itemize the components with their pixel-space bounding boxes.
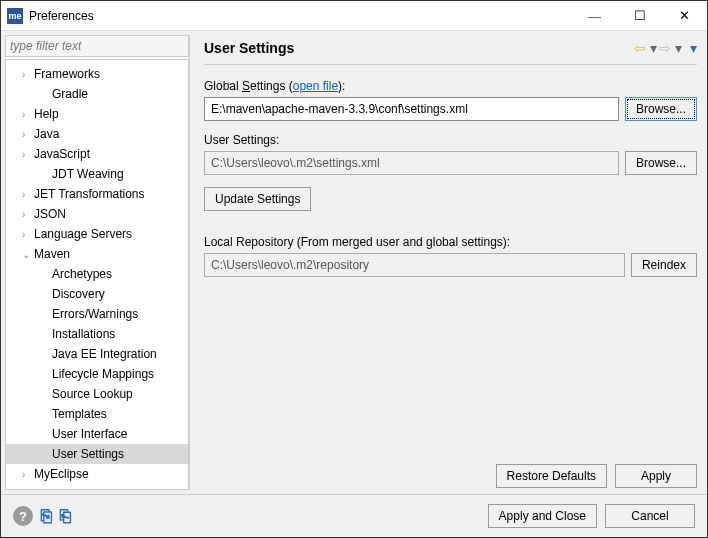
tree-item-label: Help	[34, 107, 59, 121]
tree-item-label: JavaScript	[34, 147, 90, 161]
chevron-icon: ›	[22, 209, 34, 220]
update-settings-button[interactable]: Update Settings	[204, 187, 311, 211]
forward-menu-icon[interactable]: ▾	[675, 40, 682, 56]
local-repo-input	[204, 253, 625, 277]
tree-item-label: Gradle	[52, 87, 88, 101]
titlebar: me Preferences — ☐ ✕	[1, 1, 707, 31]
tree-item-json[interactable]: ›JSON	[6, 204, 188, 224]
user-settings-input[interactable]	[204, 151, 619, 175]
forward-icon: ⇨	[659, 40, 671, 56]
tree-item-label: MyEclipse	[34, 467, 89, 481]
tree-item-label: JET Transformations	[34, 187, 144, 201]
tree-item-label: Frameworks	[34, 67, 100, 81]
tree-item-label: JDT Weaving	[52, 167, 124, 181]
tree-item-maven[interactable]: ⌄Maven	[6, 244, 188, 264]
tree-item-label: Discovery	[52, 287, 105, 301]
tree-item-jet-transformations[interactable]: ›JET Transformations	[6, 184, 188, 204]
tree-item-label: Errors/Warnings	[52, 307, 138, 321]
chevron-icon: ›	[22, 469, 34, 480]
tree-item-help[interactable]: ›Help	[6, 104, 188, 124]
tree-item-gradle[interactable]: Gradle	[6, 84, 188, 104]
global-browse-button[interactable]: Browse...	[625, 97, 697, 121]
reindex-button[interactable]: Reindex	[631, 253, 697, 277]
filter-input[interactable]	[5, 35, 189, 57]
global-settings-input[interactable]	[204, 97, 619, 121]
tree-item-javascript[interactable]: ›JavaScript	[6, 144, 188, 164]
chevron-icon: ›	[22, 129, 34, 140]
local-repo-label: Local Repository (From merged user and g…	[204, 235, 697, 249]
preference-tree[interactable]: ›FrameworksGradle›Help›Java›JavaScriptJD…	[5, 59, 189, 490]
chevron-icon: ›	[22, 149, 34, 160]
chevron-icon: ⌄	[22, 249, 34, 260]
chevron-icon: ›	[22, 229, 34, 240]
tree-item-jdt-weaving[interactable]: JDT Weaving	[6, 164, 188, 184]
view-menu-icon[interactable]: ▾	[690, 40, 697, 56]
main-panel: User Settings ⇦▾ ⇨▾ ▾ Global Settings (o…	[190, 31, 707, 494]
tree-item-label: JSON	[34, 207, 66, 221]
nav-arrows: ⇦▾ ⇨▾ ▾	[634, 40, 697, 56]
app-icon: me	[7, 8, 23, 24]
tree-item-label: Lifecycle Mappings	[52, 367, 154, 381]
tree-item-frameworks[interactable]: ›Frameworks	[6, 64, 188, 84]
tree-item-myeclipse[interactable]: ›MyEclipse	[6, 464, 188, 484]
tree-item-user-interface[interactable]: User Interface	[6, 424, 188, 444]
user-settings-label: User Settings:	[204, 133, 697, 147]
tree-item-discovery[interactable]: Discovery	[6, 284, 188, 304]
tree-item-java[interactable]: ›Java	[6, 124, 188, 144]
tree-item-label: Archetypes	[52, 267, 112, 281]
cancel-button[interactable]: Cancel	[605, 504, 695, 528]
help-icon[interactable]: ?	[13, 506, 33, 526]
window-title: Preferences	[29, 9, 572, 23]
footer: ? ⎘ ⎗ Apply and Close Cancel	[1, 495, 707, 537]
tree-item-label: User Settings	[52, 447, 124, 461]
tree-item-archetypes[interactable]: Archetypes	[6, 264, 188, 284]
tree-item-lifecycle-mappings[interactable]: Lifecycle Mappings	[6, 364, 188, 384]
user-browse-button[interactable]: Browse...	[625, 151, 697, 175]
export-icon[interactable]: ⎗	[60, 506, 71, 527]
tree-item-label: Installations	[52, 327, 115, 341]
tree-item-java-ee-integration[interactable]: Java EE Integration	[6, 344, 188, 364]
tree-item-source-lookup[interactable]: Source Lookup	[6, 384, 188, 404]
chevron-icon: ›	[22, 189, 34, 200]
tree-item-label: Java EE Integration	[52, 347, 157, 361]
apply-and-close-button[interactable]: Apply and Close	[488, 504, 597, 528]
tree-item-language-servers[interactable]: ›Language Servers	[6, 224, 188, 244]
apply-button[interactable]: Apply	[615, 464, 697, 488]
minimize-button[interactable]: —	[572, 1, 617, 31]
restore-defaults-button[interactable]: Restore Defaults	[496, 464, 607, 488]
chevron-icon: ›	[22, 69, 34, 80]
close-button[interactable]: ✕	[662, 1, 707, 31]
tree-item-label: Java	[34, 127, 59, 141]
tree-item-label: Maven	[34, 247, 70, 261]
open-file-link[interactable]: open file	[293, 79, 338, 93]
tree-item-label: User Interface	[52, 427, 127, 441]
back-icon[interactable]: ⇦	[634, 40, 646, 56]
maximize-button[interactable]: ☐	[617, 1, 662, 31]
tree-item-user-settings[interactable]: User Settings	[6, 444, 188, 464]
back-menu-icon[interactable]: ▾	[650, 40, 657, 56]
tree-item-label: Templates	[52, 407, 107, 421]
tree-item-label: Source Lookup	[52, 387, 133, 401]
sidebar: ›FrameworksGradle›Help›Java›JavaScriptJD…	[5, 35, 190, 490]
chevron-icon: ›	[22, 109, 34, 120]
global-settings-label: Global Settings (open file):	[204, 79, 697, 93]
import-icon[interactable]: ⎘	[41, 506, 52, 527]
tree-item-errors-warnings[interactable]: Errors/Warnings	[6, 304, 188, 324]
page-heading: User Settings	[204, 40, 634, 56]
tree-item-templates[interactable]: Templates	[6, 404, 188, 424]
tree-item-label: Language Servers	[34, 227, 132, 241]
tree-item-installations[interactable]: Installations	[6, 324, 188, 344]
